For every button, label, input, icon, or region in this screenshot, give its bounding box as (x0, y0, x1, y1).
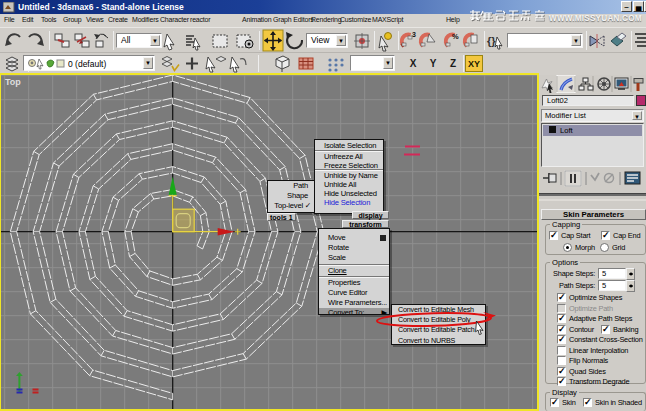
svg-text:{}: {} (487, 35, 496, 47)
svg-text:%: % (452, 32, 459, 41)
svg-text:3: 3 (412, 31, 416, 38)
